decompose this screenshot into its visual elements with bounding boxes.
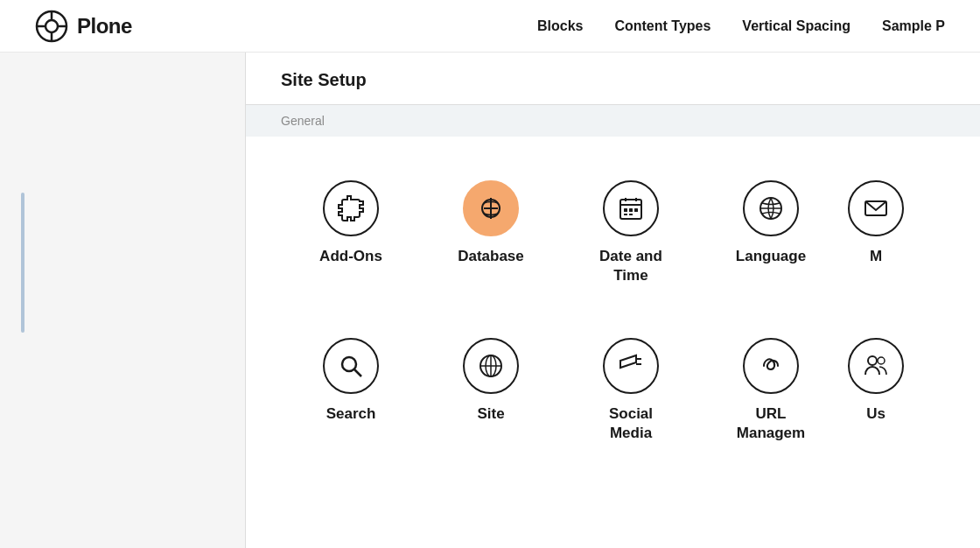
- icon-item-site[interactable]: Site: [421, 320, 561, 460]
- svg-point-31: [878, 357, 885, 364]
- database-icon: [477, 194, 505, 222]
- icons-grid-row2: Search Site: [246, 320, 980, 478]
- url-management-icon: [757, 352, 785, 380]
- social-media-icon-circle: [603, 338, 659, 394]
- users-label: Us: [866, 404, 886, 424]
- mail-label: M: [870, 247, 882, 266]
- svg-rect-13: [624, 208, 627, 212]
- logo-area: Plone: [35, 10, 132, 43]
- scroll-bar[interactable]: [21, 193, 24, 333]
- nav-vertical-spacing[interactable]: Vertical Spacing: [742, 18, 850, 34]
- site-icon: [477, 352, 505, 380]
- date-and-time-label: Date andTime: [599, 247, 662, 285]
- social-media-label: SocialMedia: [609, 404, 653, 443]
- svg-marker-27: [620, 355, 636, 368]
- add-ons-label: Add-Ons: [319, 247, 382, 266]
- nav-sample[interactable]: Sample P: [882, 18, 945, 34]
- main-area: Site Setup General Add-Ons: [0, 53, 980, 548]
- add-ons-icon: [337, 194, 365, 222]
- language-icon: [757, 194, 785, 222]
- svg-rect-14: [629, 208, 633, 212]
- icon-item-mail[interactable]: M: [841, 163, 911, 303]
- search-icon: [337, 352, 365, 380]
- date-and-time-icon-circle: [603, 180, 659, 236]
- users-icon-circle: [848, 338, 904, 394]
- content-panel: Site Setup General Add-Ons: [245, 53, 980, 548]
- mail-icon-circle: [848, 180, 904, 236]
- nav-links: Blocks Content Types Vertical Spacing Sa…: [537, 18, 945, 34]
- svg-rect-17: [629, 214, 633, 215]
- header: Plone Blocks Content Types Vertical Spac…: [0, 0, 980, 53]
- svg-rect-16: [624, 214, 627, 215]
- left-sidebar: [0, 53, 245, 548]
- language-icon-circle: [743, 180, 799, 236]
- svg-rect-15: [634, 208, 638, 212]
- icons-grid-row1: Add-Ons Database: [246, 137, 980, 320]
- add-ons-icon-circle: [323, 180, 379, 236]
- search-label: Search: [326, 404, 376, 424]
- database-icon-circle: [463, 180, 519, 236]
- url-management-label: URLManagem: [737, 404, 805, 443]
- language-label: Language: [736, 247, 806, 266]
- icon-item-url-management[interactable]: URLManagem: [701, 320, 841, 460]
- nav-content-types[interactable]: Content Types: [614, 18, 710, 34]
- url-management-icon-circle: [743, 338, 799, 394]
- icon-item-social-media[interactable]: SocialMedia: [561, 320, 701, 460]
- svg-point-1: [46, 20, 58, 32]
- date-and-time-icon: [617, 194, 645, 222]
- icon-item-users[interactable]: Us: [841, 320, 911, 460]
- section-general-label: General: [246, 105, 980, 137]
- nav-blocks[interactable]: Blocks: [537, 18, 583, 34]
- icon-item-date-and-time[interactable]: Date andTime: [561, 163, 701, 303]
- site-setup-header: Site Setup: [246, 53, 980, 105]
- logo-text: Plone: [77, 14, 132, 39]
- svg-point-30: [868, 356, 877, 365]
- site-setup-title: Site Setup: [281, 70, 367, 89]
- mail-icon: [862, 194, 890, 222]
- users-icon: [862, 352, 890, 380]
- icon-item-search[interactable]: Search: [281, 320, 421, 460]
- svg-point-21: [342, 357, 356, 371]
- icon-item-add-ons[interactable]: Add-Ons: [281, 163, 421, 303]
- site-label: Site: [477, 404, 504, 424]
- plone-logo-icon: [35, 10, 68, 43]
- site-icon-circle: [463, 338, 519, 394]
- icon-item-database[interactable]: Database: [421, 163, 561, 303]
- social-media-icon: [617, 352, 645, 380]
- icon-item-language[interactable]: Language: [701, 163, 841, 303]
- database-label: Database: [458, 247, 524, 266]
- search-icon-circle: [323, 338, 379, 394]
- svg-line-22: [354, 369, 361, 376]
